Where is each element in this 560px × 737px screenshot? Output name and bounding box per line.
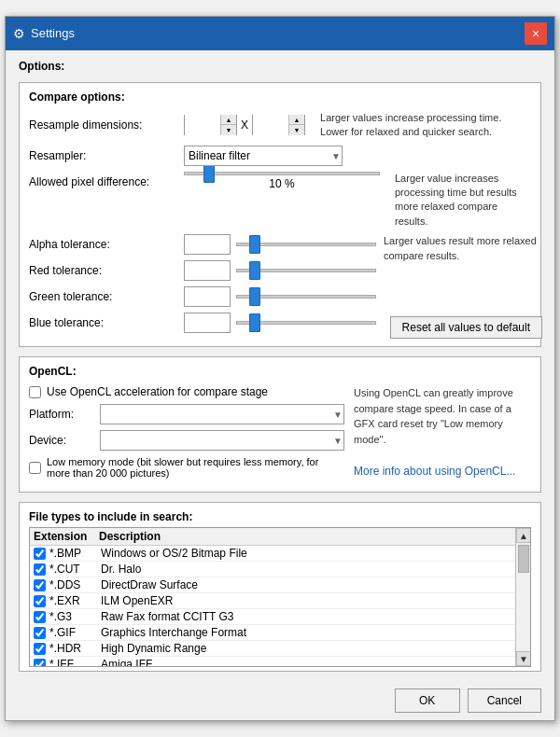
- file-list-row: *.CUT Dr. Halo: [30, 562, 515, 577]
- file-list-header: Extension Description: [30, 528, 515, 546]
- title-bar: ⚙ Settings ×: [6, 17, 554, 50]
- green-tolerance-row: Green tolerance: 25: [29, 286, 376, 307]
- file-types-group: File types to include in search: Extensi…: [19, 502, 541, 672]
- reset-button[interactable]: Reset all values to default: [390, 316, 542, 339]
- file-checkbox-2[interactable]: [34, 579, 46, 591]
- file-desc-3: ILM OpenEXR: [101, 594, 511, 607]
- low-memory-checkbox[interactable]: [29, 462, 41, 474]
- opencl-link[interactable]: More info about using OpenCL...: [354, 465, 515, 478]
- alpha-slider[interactable]: [236, 243, 376, 246]
- pixel-diff-label: Allowed pixel difference:: [29, 172, 178, 188]
- dialog-icon: ⚙: [13, 26, 25, 41]
- pixel-diff-slider[interactable]: [184, 172, 380, 175]
- file-checkbox-1[interactable]: [34, 563, 46, 576]
- opencl-group: OpenCL: Use OpenCL acceleration for comp…: [19, 356, 541, 493]
- file-desc-7: Amiga IFF: [101, 658, 511, 666]
- green-slider[interactable]: [236, 295, 376, 299]
- platform-select-wrapper[interactable]: ▼: [100, 404, 344, 424]
- file-desc-2: DirectDraw Surface: [101, 578, 511, 591]
- file-desc-4: Raw Fax format CCITT G3: [101, 610, 511, 623]
- file-list-row: *.IFF Amiga IFF: [30, 657, 515, 666]
- blue-input[interactable]: 25: [184, 313, 231, 333]
- red-input[interactable]: 25: [184, 260, 231, 281]
- file-ext-1: *.CUT: [49, 563, 101, 576]
- file-list-row: *.HDR High Dynamic Range: [30, 641, 515, 657]
- close-button[interactable]: ×: [525, 22, 547, 45]
- file-checkbox-4[interactable]: [34, 611, 46, 623]
- opencl-checkbox[interactable]: [29, 386, 41, 398]
- green-input[interactable]: 25: [184, 286, 231, 307]
- file-checkbox-6[interactable]: [34, 643, 46, 655]
- settings-dialog: ⚙ Settings × Options: Compare options: R…: [5, 16, 555, 721]
- opencl-content: Use OpenCL acceleration for compare stag…: [29, 385, 531, 484]
- file-desc-5: Graphics Interchange Format: [101, 626, 511, 639]
- tolerance-hint: Larger values result more relaxed compar…: [384, 234, 542, 316]
- resample-input2[interactable]: 75: [253, 115, 288, 135]
- alpha-input[interactable]: 25: [184, 234, 231, 255]
- pixel-diff-hint: Larger value increases processing time b…: [395, 172, 531, 229]
- blue-slider[interactable]: [236, 321, 376, 325]
- spin-up2[interactable]: ▲: [289, 115, 304, 125]
- file-desc-6: High Dynamic Range: [101, 642, 511, 655]
- resampler-select[interactable]: Bilinear filter Nearest neighbor Bicubic: [184, 146, 343, 166]
- resampler-select-wrapper[interactable]: Bilinear filter Nearest neighbor Bicubic…: [184, 146, 343, 166]
- dialog-title: Settings: [31, 26, 75, 40]
- cancel-button[interactable]: Cancel: [468, 688, 541, 713]
- device-label: Device:: [29, 434, 94, 447]
- file-list-row: *.DDS DirectDraw Surface: [30, 577, 515, 593]
- tolerance-left: Alpha tolerance: 25 Red tolerance: 25 Gr…: [29, 234, 376, 339]
- file-checkbox-0[interactable]: [34, 548, 46, 560]
- file-desc-1: Dr. Halo: [101, 563, 511, 576]
- resample-spin2[interactable]: 75 ▲ ▼: [252, 115, 305, 135]
- compare-options-label: Compare options:: [29, 90, 531, 104]
- opencl-hint: Using OpenCL can greatly improve compare…: [354, 387, 513, 445]
- resampler-row: Resampler: Bilinear filter Nearest neigh…: [29, 146, 531, 166]
- scrollbar-up[interactable]: ▲: [516, 528, 531, 543]
- red-label: Red tolerance:: [29, 264, 178, 277]
- file-desc-0: Windows or OS/2 Bitmap File: [101, 547, 511, 560]
- alpha-tolerance-row: Alpha tolerance: 25: [29, 234, 376, 255]
- scrollbar-track: [516, 543, 530, 651]
- file-ext-2: *.DDS: [49, 578, 101, 591]
- file-ext-5: *.GIF: [49, 626, 101, 639]
- file-list-row: *.G3 Raw Fax format CCITT G3: [30, 609, 515, 625]
- col-ext-header: Extension: [34, 530, 99, 543]
- spin-down2[interactable]: ▼: [289, 125, 304, 135]
- file-checkbox-5[interactable]: [34, 627, 46, 639]
- pixel-diff-row: Allowed pixel difference: 10 % Larger va…: [29, 172, 531, 229]
- opencl-label: OpenCL:: [29, 365, 531, 378]
- spin-buttons1: ▲ ▼: [220, 115, 236, 135]
- blue-label: Blue tolerance:: [29, 316, 178, 329]
- spin-up1[interactable]: ▲: [221, 115, 236, 125]
- pixel-diff-percent: 10 %: [184, 177, 380, 190]
- resample-label: Resample dimensions:: [29, 118, 178, 132]
- file-list-row: *.BMP Windows or OS/2 Bitmap File: [30, 546, 515, 562]
- spin-down1[interactable]: ▼: [221, 125, 236, 135]
- file-ext-3: *.EXR: [49, 594, 101, 607]
- dialog-body: Options: Compare options: Resample dimen…: [6, 50, 554, 681]
- file-types-label: File types to include in search:: [29, 510, 531, 523]
- resample-input1[interactable]: 75: [185, 115, 220, 135]
- scrollbar-down[interactable]: ▼: [516, 651, 531, 666]
- device-select[interactable]: [100, 430, 344, 451]
- red-slider[interactable]: [236, 269, 376, 272]
- platform-select[interactable]: [100, 404, 344, 424]
- file-list-row: *.GIF Graphics Interchange Format: [30, 625, 515, 641]
- resample-hint: Larger values increase processing time. …: [320, 111, 531, 140]
- platform-label: Platform:: [29, 408, 94, 421]
- file-checkbox-7[interactable]: [34, 659, 46, 667]
- scrollbar-thumb[interactable]: [518, 545, 529, 573]
- spin-buttons2: ▲ ▼: [288, 115, 304, 135]
- ok-button[interactable]: OK: [395, 688, 460, 713]
- options-label: Options:: [19, 60, 541, 73]
- file-ext-0: *.BMP: [49, 547, 101, 560]
- file-list: Extension Description *.BMP Windows or O…: [30, 528, 515, 666]
- file-checkbox-3[interactable]: [34, 595, 46, 607]
- resample-spin1[interactable]: 75 ▲ ▼: [184, 115, 237, 135]
- device-select-wrapper[interactable]: ▼: [100, 430, 344, 451]
- blue-tolerance-row: Blue tolerance: 25: [29, 313, 376, 333]
- green-label: Green tolerance:: [29, 290, 178, 303]
- file-rows-container: *.BMP Windows or OS/2 Bitmap File *.CUT …: [30, 546, 515, 666]
- x-separator: X: [241, 118, 248, 132]
- red-tolerance-row: Red tolerance: 25: [29, 260, 376, 281]
